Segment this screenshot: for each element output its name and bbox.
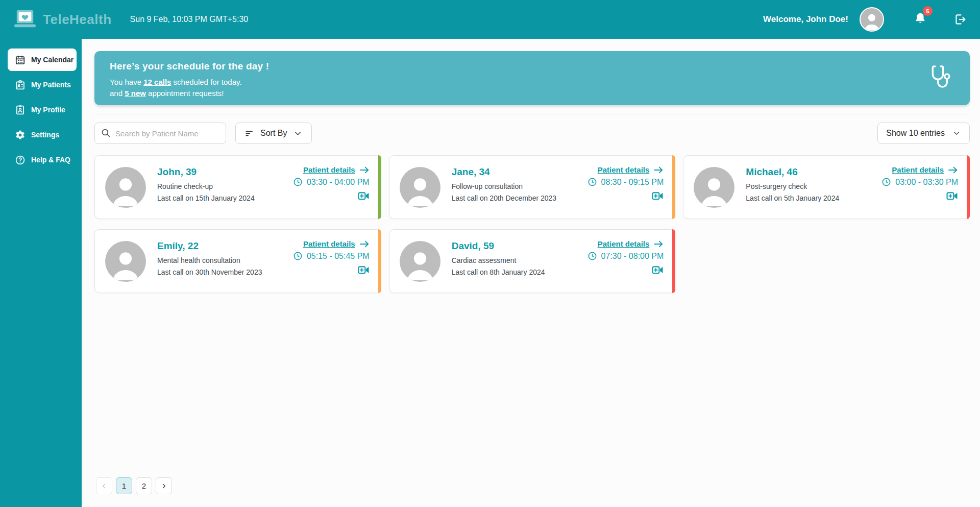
- logout-icon: [953, 13, 967, 26]
- last-call-date: Last call on 5th January 2024: [746, 194, 881, 202]
- appointment-time: 03:30 - 04:00 PM: [293, 177, 370, 187]
- settings-icon: [15, 130, 26, 140]
- brand: TeleHealth: [13, 9, 112, 30]
- chevron-down-icon: [293, 129, 303, 138]
- video-call-icon: [652, 265, 664, 275]
- notifications-button[interactable]: 5: [914, 12, 927, 27]
- last-call-date: Last call on 20th December 2023: [452, 194, 587, 202]
- video-call-icon: [358, 265, 370, 275]
- page-button-1[interactable]: 1: [116, 477, 132, 494]
- arrow-right-icon: [359, 166, 370, 174]
- sidebar: My Calendar My Patients My Profile Setti…: [0, 39, 82, 507]
- avatar: [694, 167, 734, 208]
- person-icon: [862, 11, 882, 31]
- banner-title: Here’s your schedule for the day !: [110, 61, 954, 72]
- arrow-right-icon: [653, 240, 664, 248]
- status-stripe: [672, 229, 675, 293]
- consultation-type: Mental health consultation: [157, 256, 293, 264]
- sort-by-button[interactable]: Sort By: [235, 123, 312, 144]
- schedule-banner: Here’s your schedule for the day ! You h…: [94, 51, 970, 105]
- video-call-icon: [946, 191, 958, 201]
- divider: [94, 114, 970, 114]
- chevron-left-icon: [101, 482, 108, 490]
- sidebar-item-my-calendar[interactable]: My Calendar: [8, 49, 77, 71]
- patient-name: Jane, 34: [452, 166, 587, 178]
- logout-button[interactable]: [953, 13, 967, 26]
- patient-details-link[interactable]: Patient details: [303, 239, 370, 248]
- clock-icon: [587, 177, 597, 187]
- appointment-time: 08:30 - 09:15 PM: [587, 177, 664, 187]
- video-call-button[interactable]: [652, 265, 664, 275]
- clock-icon: [293, 177, 303, 187]
- sidebar-item-help-faq[interactable]: Help & FAQ: [8, 149, 82, 171]
- search-icon: [101, 128, 111, 138]
- patient-name: John, 39: [157, 166, 293, 178]
- last-call-date: Last call on 30th November 2023: [157, 268, 293, 276]
- main-content: Here’s your schedule for the day ! You h…: [82, 39, 980, 507]
- status-stripe: [672, 155, 675, 219]
- show-entries-label: Show 10 entries: [886, 129, 945, 138]
- show-entries-dropdown[interactable]: Show 10 entries: [877, 123, 970, 144]
- clock-icon: [881, 177, 891, 187]
- patient-details-link[interactable]: Patient details: [892, 165, 958, 174]
- sidebar-item-my-profile[interactable]: My Profile: [8, 99, 82, 121]
- video-call-icon: [358, 191, 370, 201]
- brand-name: TeleHealth: [43, 12, 112, 28]
- avatar: [105, 241, 146, 282]
- appointment-time: 03:00 - 03:30 PM: [881, 177, 958, 187]
- sidebar-item-label: Help & FAQ: [31, 156, 70, 164]
- clock-icon: [293, 251, 303, 261]
- sidebar-item-label: Settings: [31, 131, 59, 139]
- avatar: [400, 241, 440, 282]
- banner-line1: You have 12 calls scheduled for today.: [110, 77, 954, 88]
- patient-card: John, 39 Routine check-up Last call on 1…: [94, 155, 381, 219]
- patient-details-link[interactable]: Patient details: [598, 165, 664, 174]
- prev-page-button[interactable]: [96, 477, 112, 494]
- consultation-type: Post-surgery check: [746, 182, 881, 190]
- person-icon: [403, 247, 437, 281]
- notification-badge: 5: [923, 6, 933, 16]
- arrow-right-icon: [359, 240, 370, 248]
- patient-name: Emily, 22: [157, 240, 293, 252]
- video-call-icon: [652, 191, 664, 201]
- sidebar-item-settings[interactable]: Settings: [8, 124, 82, 146]
- top-header: TeleHealth Sun 9 Feb, 10:03 PM GMT+5:30 …: [0, 0, 980, 39]
- sort-icon: [244, 129, 254, 138]
- consultation-type: Follow-up consultation: [452, 182, 587, 190]
- last-call-date: Last call on 8th January 2024: [452, 268, 587, 276]
- chevron-right-icon: [160, 482, 167, 490]
- video-call-button[interactable]: [946, 191, 958, 201]
- patient-details-link[interactable]: Patient details: [598, 239, 664, 248]
- user-avatar[interactable]: [860, 7, 884, 32]
- patient-cards-grid: John, 39 Routine check-up Last call on 1…: [94, 155, 970, 293]
- search-box: [94, 123, 226, 144]
- consultation-type: Routine check-up: [157, 182, 293, 190]
- status-stripe: [967, 155, 970, 219]
- next-page-button[interactable]: [156, 477, 172, 494]
- sidebar-item-my-patients[interactable]: My Patients: [8, 74, 82, 96]
- patient-name: Michael, 46: [746, 166, 881, 178]
- last-call-date: Last call on 15th January 2024: [157, 194, 293, 202]
- chevron-down-icon: [952, 129, 961, 138]
- sidebar-item-label: My Profile: [31, 106, 65, 114]
- new-requests-link[interactable]: 5 new: [125, 89, 146, 98]
- banner-line2: and 5 new appointment requests!: [110, 88, 954, 99]
- sidebar-item-label: My Patients: [31, 81, 71, 89]
- help-icon: [15, 155, 26, 165]
- video-call-button[interactable]: [358, 265, 370, 275]
- search-input[interactable]: [94, 123, 226, 144]
- patient-details-link[interactable]: Patient details: [303, 165, 370, 174]
- telehealth-logo-icon: [13, 9, 37, 30]
- status-stripe: [378, 155, 381, 219]
- patient-name: David, 59: [452, 240, 587, 252]
- calls-count-link[interactable]: 12 calls: [143, 78, 171, 86]
- appointment-time: 07:30 - 08:00 PM: [587, 251, 664, 261]
- consultation-type: Cardiac assessment: [452, 256, 587, 264]
- status-stripe: [378, 229, 381, 293]
- patient-card: Jane, 34 Follow-up consultation Last cal…: [389, 155, 676, 219]
- video-call-button[interactable]: [652, 191, 664, 201]
- arrow-right-icon: [653, 166, 664, 174]
- patients-icon: [15, 80, 26, 90]
- video-call-button[interactable]: [358, 191, 370, 201]
- page-button-2[interactable]: 2: [136, 477, 152, 494]
